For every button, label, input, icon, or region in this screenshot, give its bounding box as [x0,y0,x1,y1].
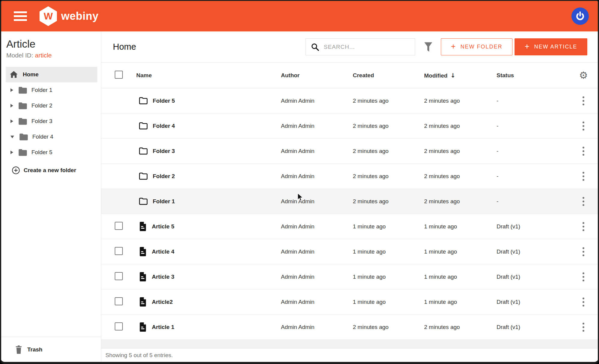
new-article-button[interactable]: + NEW ARTICLE [515,38,587,55]
entry-name: Folder 4 [153,123,175,129]
row-checkbox[interactable] [115,222,123,230]
cell-created: 2 minutes ago [353,198,424,205]
document-icon [139,247,147,256]
sidebar-folder-label: Folder 5 [31,149,52,156]
row-actions-kebab-icon[interactable] [581,245,586,258]
caret-icon[interactable] [10,136,14,138]
table-row[interactable]: Folder 5 Admin Admin 2 minutes ago 2 min… [101,88,598,113]
trash-button[interactable]: Trash [1,337,101,362]
cell-name[interactable]: Article 3 [128,272,281,281]
new-folder-button[interactable]: + NEW FOLDER [441,38,512,55]
sidebar: Article Model ID: article Home Folder 1 [1,31,101,362]
table-row[interactable]: Article 3 Admin Admin 1 minute ago 1 min… [101,264,598,289]
cell-name[interactable]: Article 4 [128,247,281,256]
sidebar-item-home[interactable]: Home [6,67,97,82]
table-settings-gear-icon[interactable]: ⚙ [579,70,588,80]
app-window: W webiny Article Model ID: article [0,0,599,364]
cell-author: Admin Admin [281,173,353,180]
table-row[interactable]: Folder 3 Admin Admin 2 minutes ago 2 min… [101,139,598,164]
sidebar-folder-item[interactable]: Folder 4 [1,129,101,145]
folder-icon [139,172,148,180]
row-actions-kebab-icon[interactable] [581,220,586,233]
cell-author: Admin Admin [281,324,353,330]
column-header-name[interactable]: Name [128,72,281,79]
folder-icon [19,133,28,141]
sidebar-folder-item[interactable]: Folder 5 [1,145,101,160]
search-input[interactable] [324,44,415,50]
row-actions-kebab-icon[interactable] [581,95,586,107]
table-row[interactable]: Folder 2 Admin Admin 2 minutes ago 2 min… [101,164,598,189]
cell-name[interactable]: Folder 1 [128,198,281,205]
entry-name: Folder 2 [153,173,175,180]
footer-bar: Showing 5 out of 5 entries. [101,348,598,362]
sidebar-folder-item[interactable]: Folder 2 [1,98,101,113]
new-article-label: NEW ARTICLE [534,44,577,50]
table-row[interactable]: Article 5 Admin Admin 1 minute ago 1 min… [101,214,598,239]
cell-name[interactable]: Article 1 [128,322,281,332]
content-header: Home + NEW FOLDER [101,31,598,63]
row-actions-kebab-icon[interactable] [581,120,586,132]
select-all-checkbox[interactable] [115,71,123,79]
cell-modified: 2 minutes ago [424,198,497,205]
cell-status: - [497,173,569,180]
cell-author: Admin Admin [281,148,353,154]
document-icon [139,322,147,332]
cell-modified: 1 minute ago [424,274,497,280]
row-actions-kebab-icon[interactable] [581,195,586,208]
cell-name[interactable]: Folder 3 [128,147,281,155]
caret-icon[interactable] [10,151,13,154]
caret-icon[interactable] [10,104,13,107]
menu-icon[interactable] [14,11,27,21]
column-header-modified[interactable]: Modified↓ [424,72,497,79]
column-header-status[interactable]: Status [497,72,569,79]
sidebar-folder-label: Folder 2 [31,102,52,109]
row-actions-kebab-icon[interactable] [581,296,586,308]
folder-icon [18,149,27,156]
cell-status: - [497,198,569,205]
user-avatar[interactable] [571,7,589,25]
row-checkbox[interactable] [115,322,123,330]
cell-created: 2 minutes ago [353,98,424,104]
cell-author: Admin Admin [281,198,353,205]
row-checkbox[interactable] [115,272,123,280]
column-header-created[interactable]: Created [353,72,424,79]
column-header-author[interactable]: Author [281,72,353,79]
row-actions-kebab-icon[interactable] [581,271,586,283]
cell-author: Admin Admin [281,274,353,280]
table-row[interactable]: Folder 1 Admin Admin 2 minutes ago 2 min… [101,189,598,214]
table-header: Name Author Created Modified↓ Status ⚙ [101,63,598,88]
cell-status: Draft (v1) [497,299,569,305]
entry-name: Article 3 [152,274,174,280]
cell-created: 2 minutes ago [353,324,424,330]
filter-icon[interactable] [423,42,433,52]
sidebar-folder-item[interactable]: Folder 3 [1,113,101,129]
cell-name[interactable]: Folder 5 [128,97,281,104]
cell-name[interactable]: Folder 4 [128,122,281,130]
webiny-logo[interactable]: W webiny [40,6,99,26]
cell-status: Draft (v1) [497,223,569,230]
table-row[interactable]: Folder 4 Admin Admin 2 minutes ago 2 min… [101,113,598,139]
cell-name[interactable]: Article2 [128,297,281,307]
table-row[interactable]: Article 4 Admin Admin 1 minute ago 1 min… [101,239,598,264]
entry-name: Folder 3 [153,148,175,154]
entry-name: Article 4 [152,248,174,255]
caret-icon[interactable] [10,119,13,123]
cell-status: - [497,98,569,104]
row-actions-kebab-icon[interactable] [581,145,586,157]
plus-icon: + [451,42,456,51]
table-row[interactable]: Article 1 Admin Admin 2 minutes ago 2 mi… [101,315,598,340]
table-row[interactable]: Article2 Admin Admin 1 minute ago 1 minu… [101,289,598,315]
create-folder-button[interactable]: Create a new folder [6,163,97,178]
cell-name[interactable]: Article 5 [128,222,281,231]
row-actions-kebab-icon[interactable] [581,321,586,333]
caret-icon[interactable] [10,88,13,92]
cell-modified: 1 minute ago [424,248,497,255]
row-checkbox[interactable] [115,247,123,255]
cell-created: 2 minutes ago [353,123,424,129]
row-checkbox[interactable] [115,297,123,305]
row-actions-kebab-icon[interactable] [581,170,586,183]
sidebar-folder-item[interactable]: Folder 1 [1,82,101,98]
trash-label: Trash [27,346,43,353]
cell-status: - [497,148,569,154]
cell-name[interactable]: Folder 2 [128,172,281,180]
